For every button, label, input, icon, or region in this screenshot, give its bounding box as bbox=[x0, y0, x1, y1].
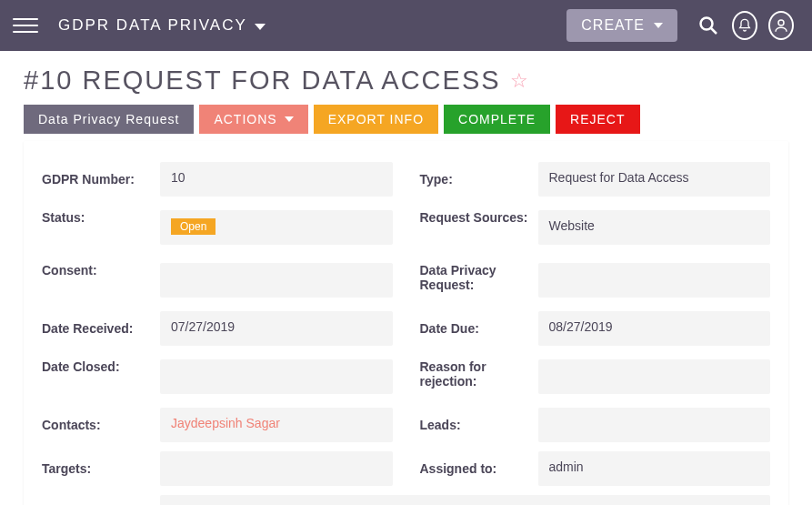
field-value bbox=[160, 359, 393, 394]
page-title: #10 REQUEST FOR DATA ACCESS bbox=[24, 66, 501, 96]
form-grid: GDPR Number: 10 Type: Request for Data A… bbox=[42, 161, 770, 505]
svg-line-1 bbox=[711, 28, 717, 34]
field-label: GDPR Number: bbox=[42, 172, 160, 187]
field-gdpr-number: GDPR Number: 10 bbox=[42, 161, 393, 197]
field-value: 07/27/2019 bbox=[160, 311, 393, 346]
field-reason-for-rejection: Reason for rejection: bbox=[420, 354, 771, 399]
field-value: 10 bbox=[160, 162, 393, 197]
actions-button[interactable]: ACTIONS bbox=[199, 105, 307, 134]
user-profile-icon[interactable] bbox=[768, 13, 794, 38]
field-label: Contacts: bbox=[42, 418, 160, 432]
detail-card: GDPR Number: 10 Type: Request for Data A… bbox=[24, 141, 788, 505]
reject-button[interactable]: REJECT bbox=[556, 105, 639, 134]
field-label: Assigned to: bbox=[420, 461, 538, 476]
data-privacy-request-button[interactable]: Data Privacy Request bbox=[24, 105, 194, 134]
module-title-text: GDPR DATA PRIVACY bbox=[58, 16, 247, 35]
action-row: Data Privacy Request ACTIONS EXPORT INFO… bbox=[0, 105, 812, 134]
svg-point-2 bbox=[778, 20, 784, 25]
complete-button[interactable]: COMPLETE bbox=[444, 105, 550, 134]
field-label: Date Closed: bbox=[42, 359, 160, 374]
field-value bbox=[538, 408, 771, 442]
field-date-closed: Date Closed: bbox=[42, 354, 393, 399]
field-value: Website bbox=[538, 210, 771, 245]
actions-button-label: ACTIONS bbox=[214, 112, 276, 126]
status-badge: Open bbox=[171, 218, 216, 235]
field-value bbox=[538, 263, 771, 298]
field-value: admin bbox=[538, 451, 771, 486]
field-value: Request for Data Access bbox=[538, 162, 771, 197]
field-type: Type: Request for Data Access bbox=[420, 161, 771, 197]
caret-down-icon bbox=[654, 23, 663, 28]
hamburger-menu-icon[interactable] bbox=[13, 13, 38, 38]
field-value: 08/27/2019 bbox=[538, 311, 771, 346]
field-label: Leads: bbox=[420, 418, 538, 432]
topbar: GDPR DATA PRIVACY CREATE bbox=[0, 0, 812, 51]
field-assigned-to: Assigned to: admin bbox=[420, 450, 771, 487]
module-title-dropdown[interactable]: GDPR DATA PRIVACY bbox=[58, 16, 266, 35]
field-label: Reason for rejection: bbox=[420, 359, 538, 389]
field-label: Targets: bbox=[42, 461, 160, 476]
field-value: Jaydeepsinh Sagar bbox=[160, 408, 393, 442]
create-button[interactable]: CREATE bbox=[566, 9, 677, 42]
favorite-star-icon[interactable]: ☆ bbox=[510, 69, 528, 93]
field-label: Date Received: bbox=[42, 321, 160, 336]
field-request-sources: Request Sources: Website bbox=[420, 205, 771, 250]
export-info-button[interactable]: EXPORT INFO bbox=[314, 105, 438, 134]
field-label: Status: bbox=[42, 210, 160, 225]
field-value: Open bbox=[160, 210, 393, 245]
field-label: Consent: bbox=[42, 263, 160, 278]
field-leads: Leads: bbox=[420, 407, 771, 443]
caret-down-icon bbox=[285, 116, 294, 122]
search-icon[interactable] bbox=[696, 13, 721, 38]
notifications-icon[interactable] bbox=[732, 13, 757, 38]
field-value bbox=[160, 263, 393, 298]
field-label: Request Sources: bbox=[420, 210, 538, 225]
field-consent: Consent: bbox=[42, 258, 393, 303]
field-contacts: Contacts: Jaydeepsinh Sagar bbox=[42, 407, 393, 443]
field-value bbox=[160, 451, 393, 486]
field-label: Data Privacy Request: bbox=[420, 263, 538, 292]
field-description: Description: bbox=[42, 494, 770, 505]
contact-link[interactable]: Jaydeepsinh Sagar bbox=[171, 416, 280, 430]
field-status: Status: Open bbox=[42, 205, 393, 250]
field-label: Date Due: bbox=[420, 321, 538, 336]
create-button-label: CREATE bbox=[581, 17, 645, 34]
field-data-privacy-request: Data Privacy Request: bbox=[420, 258, 771, 303]
field-label: Type: bbox=[420, 172, 538, 187]
field-date-received: Date Received: 07/27/2019 bbox=[42, 310, 393, 347]
svg-point-0 bbox=[701, 18, 713, 30]
field-value bbox=[160, 495, 770, 505]
caret-down-icon bbox=[255, 24, 266, 30]
field-date-due: Date Due: 08/27/2019 bbox=[420, 310, 771, 347]
field-value bbox=[538, 359, 771, 394]
page-header: #10 REQUEST FOR DATA ACCESS ☆ bbox=[0, 51, 812, 105]
field-targets: Targets: bbox=[42, 450, 393, 487]
